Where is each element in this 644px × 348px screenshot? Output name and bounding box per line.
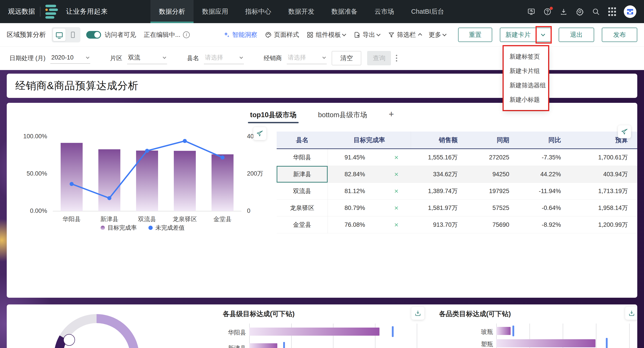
edit-toolbar: 区域预算分析 访问者可见 正在编辑中... i 智能洞察 页面样式 组件模板 导… bbox=[0, 23, 644, 46]
download-icon-county-chart[interactable] bbox=[411, 307, 424, 320]
help-icon[interactable] bbox=[543, 7, 552, 16]
tab-bottom-county[interactable]: bottom县级市场 bbox=[318, 110, 367, 123]
send-icon-combo-chart[interactable] bbox=[253, 127, 266, 140]
x-mark-icon: × bbox=[382, 200, 411, 216]
nav-tab-data-analysis[interactable]: 数据分析 bbox=[150, 0, 194, 23]
new-card-button[interactable]: 新建卡片 bbox=[500, 28, 551, 42]
nav-tab-chatbi[interactable]: ChatBI后台 bbox=[402, 0, 453, 23]
sales-bar[interactable] bbox=[249, 343, 277, 348]
line-point[interactable] bbox=[107, 196, 112, 200]
monitor-pulse-icon[interactable] bbox=[527, 7, 536, 16]
desktop-icon bbox=[56, 32, 63, 37]
bar-target-rate[interactable] bbox=[61, 143, 83, 211]
region-filter-label: 片区 bbox=[110, 54, 122, 62]
axis-label: 华阳县 bbox=[63, 216, 81, 222]
send-icon-table[interactable] bbox=[618, 125, 631, 138]
combo-chart[interactable]: 100.00%50.00%0.00%400万200万0华阳县新津县双流县龙泉驿区… bbox=[14, 124, 272, 232]
county-filter-select[interactable]: 请选择 bbox=[204, 52, 244, 64]
nav-tab-data-apps[interactable]: 数据应用 bbox=[194, 0, 237, 23]
cell-yoy: 44.22% bbox=[519, 166, 570, 182]
table-row[interactable]: 龙泉驿区80.79%×1,581.97万57525-0.64%1,958.14万 bbox=[277, 200, 637, 216]
legend-dot-blue bbox=[148, 226, 153, 230]
mobile-view-button[interactable] bbox=[66, 28, 79, 41]
user-avatar[interactable] bbox=[624, 6, 636, 18]
publish-button[interactable]: 发布 bbox=[602, 28, 637, 42]
line-point[interactable] bbox=[70, 182, 74, 186]
table-row[interactable]: 新津县82.84%×334.62万9425044.22%403.94万 bbox=[277, 166, 637, 183]
more-dots-icon[interactable] bbox=[396, 55, 397, 62]
nav-tabs: 数据分析 数据应用 指标中心 数据开发 数据准备 云市场 ChatBI后台 bbox=[150, 0, 453, 23]
nav-actions bbox=[527, 0, 644, 23]
header-target-rate[interactable]: 目标完成率 bbox=[328, 132, 411, 148]
query-button-disabled[interactable]: 查询 bbox=[367, 51, 391, 65]
clear-button[interactable]: 清空 bbox=[332, 51, 361, 65]
filter-bar-button[interactable]: 筛选栏 bbox=[388, 30, 421, 39]
nav-tab-data-prep[interactable]: 数据准备 bbox=[323, 0, 366, 23]
main-analysis-card: top10县级市场 bottom县级市场 + 100.00%50.00%0.00… bbox=[7, 103, 637, 298]
nav-tab-metric-center[interactable]: 指标中心 bbox=[237, 0, 280, 23]
header-same-period[interactable]: 同期 bbox=[467, 132, 519, 148]
sales-bar[interactable] bbox=[496, 339, 596, 347]
header-county[interactable]: 县名 bbox=[277, 132, 328, 148]
county-hbar-plot[interactable]: 华阳县新津县 bbox=[249, 324, 424, 348]
download-icon-category-chart[interactable] bbox=[625, 307, 637, 320]
cell-same-period: 272025 bbox=[467, 149, 519, 166]
cell-county: 龙泉驿区 bbox=[277, 200, 328, 216]
date-filter-select[interactable]: 2020-10 bbox=[50, 53, 90, 64]
line-point[interactable] bbox=[220, 156, 224, 160]
nav-tab-data-dev[interactable]: 数据开发 bbox=[280, 0, 323, 23]
bar-target-rate[interactable] bbox=[212, 154, 234, 211]
gauge-chart[interactable]: 90.79% bbox=[7, 304, 209, 348]
component-template-button[interactable]: 组件模板 bbox=[307, 30, 346, 39]
bar-target-rate[interactable] bbox=[98, 149, 120, 211]
category-label: 玻瓶 bbox=[455, 328, 493, 336]
cell-budget: 1,700.61万 bbox=[570, 149, 637, 166]
menu-item-new-filter-group[interactable]: 新建筛选器组 bbox=[504, 78, 548, 92]
bar-target-rate[interactable] bbox=[174, 151, 196, 211]
header-sales[interactable]: 销售额 bbox=[411, 132, 467, 148]
legend-gap[interactable]: 未完成差值 bbox=[148, 224, 184, 232]
exit-button[interactable]: 退出 bbox=[559, 28, 594, 42]
legend-dot-purple bbox=[100, 226, 105, 230]
new-card-dropdown-menu: 新建标签页 新建卡片组 新建筛选器组 新建小标题 bbox=[502, 45, 549, 111]
header-yoy[interactable]: 同比 bbox=[519, 132, 570, 148]
phone-icon bbox=[71, 32, 75, 38]
page-style-button[interactable]: 页面样式 bbox=[265, 30, 299, 39]
cell-same-period: 197925 bbox=[467, 183, 519, 199]
download-icon[interactable] bbox=[559, 7, 568, 16]
table-row[interactable]: 双流县81.12%×1,389.74万197925-11.94%1,713.19… bbox=[277, 183, 637, 200]
tab-top10-county[interactable]: top10县级市场 bbox=[250, 110, 297, 123]
legend-target-rate[interactable]: 目标完成率 bbox=[100, 224, 137, 232]
info-icon[interactable]: i bbox=[183, 32, 190, 38]
palette-icon bbox=[265, 32, 272, 38]
cell-same-period: 75690 bbox=[467, 216, 519, 233]
apps-grid-icon[interactable] bbox=[608, 7, 616, 16]
more-button[interactable]: 更多 bbox=[429, 30, 446, 39]
sales-bar[interactable] bbox=[496, 327, 510, 335]
new-card-dropdown-caret[interactable] bbox=[536, 28, 550, 42]
sales-bar[interactable] bbox=[249, 328, 380, 336]
table-row[interactable]: 华阳县91.45%×1,555.16万272025-7.35%1,700.61万 bbox=[277, 149, 637, 166]
dealer-filter-select[interactable]: 请选择 bbox=[287, 52, 327, 64]
cell-yoy: -8.92% bbox=[519, 216, 570, 233]
region-filter-select[interactable]: 双流 bbox=[127, 52, 167, 64]
line-point[interactable] bbox=[183, 139, 187, 143]
add-tab-button[interactable]: + bbox=[389, 109, 394, 119]
menu-item-new-subtitle[interactable]: 新建小标题 bbox=[504, 92, 548, 107]
export-button[interactable]: 导出 bbox=[354, 30, 380, 39]
category-hbar-plot[interactable]: 玻瓶塑瓶 bbox=[496, 324, 637, 348]
x-mark-icon: × bbox=[382, 149, 411, 166]
desktop-view-button[interactable] bbox=[53, 28, 66, 41]
table-row[interactable]: 金堂县76.08%×913.70万75690-8.92%1,200.99万 bbox=[277, 216, 637, 233]
smart-insight-button[interactable]: 智能洞察 bbox=[223, 30, 257, 39]
menu-item-new-tab-page[interactable]: 新建标签页 bbox=[504, 50, 548, 64]
axis-label: 0.00% bbox=[30, 208, 47, 214]
settings-gear-icon[interactable] bbox=[575, 7, 584, 16]
visitor-visible-toggle[interactable] bbox=[86, 31, 101, 38]
menu-item-new-card-group[interactable]: 新建卡片组 bbox=[504, 64, 548, 78]
nav-tab-cloud-market[interactable]: 云市场 bbox=[366, 0, 402, 23]
reset-button[interactable]: 重置 bbox=[458, 28, 492, 42]
search-icon[interactable] bbox=[592, 7, 600, 16]
cell-budget: 403.94万 bbox=[570, 166, 637, 182]
line-point[interactable] bbox=[145, 149, 149, 153]
